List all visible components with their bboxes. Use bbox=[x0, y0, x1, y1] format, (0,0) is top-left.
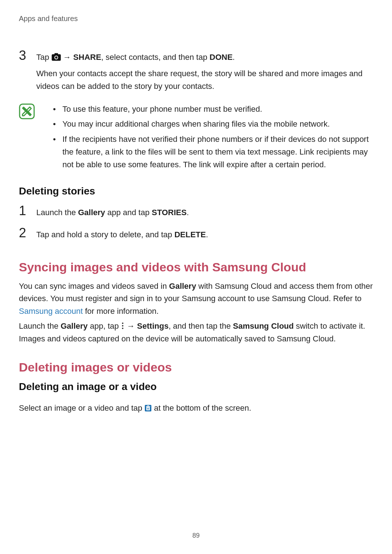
sync-paragraph-2: Launch the Gallery app, tap → Settings, … bbox=[19, 320, 373, 345]
delete-label: DELETE bbox=[174, 230, 206, 239]
note-item: To use this feature, your phone number m… bbox=[53, 103, 373, 115]
camera-icon bbox=[52, 52, 61, 60]
step-body: Tap and hold a story to delete, and tap … bbox=[36, 229, 373, 245]
text: . bbox=[206, 230, 208, 239]
svg-point-6 bbox=[122, 325, 123, 327]
syncing-heading: Syncing images and videos with Samsung C… bbox=[19, 260, 373, 274]
deleting-iv-heading: Deleting images or videos bbox=[19, 360, 373, 374]
step-number: 2 bbox=[19, 226, 28, 239]
text: Launch the bbox=[36, 208, 78, 217]
text: Tap bbox=[36, 53, 52, 62]
svg-point-7 bbox=[122, 328, 123, 329]
text: → bbox=[124, 321, 137, 331]
note-item: You may incur additional charges when sh… bbox=[53, 118, 373, 130]
note-item: If the recipients have not verified thei… bbox=[53, 133, 373, 171]
page-header: Apps and features bbox=[19, 15, 373, 23]
samsung-account-link[interactable]: Samsung account bbox=[19, 307, 83, 316]
text: When your contacts accept the share requ… bbox=[36, 67, 373, 93]
text: , select contacts, and then tap bbox=[101, 53, 209, 62]
step-body: Tap → SHARE, select contacts, and then t… bbox=[36, 51, 373, 96]
svg-rect-11 bbox=[147, 406, 149, 406]
text: Select an image or a video and tap bbox=[19, 403, 144, 413]
note-icon bbox=[19, 103, 35, 119]
deleting-stories-heading: Deleting stories bbox=[19, 185, 373, 197]
text: → bbox=[61, 53, 73, 62]
done-label: DONE bbox=[209, 53, 233, 62]
stories-label: STORIES bbox=[152, 208, 187, 217]
deleting-iv-subheading: Deleting an image or a video bbox=[19, 381, 373, 393]
svg-point-3 bbox=[55, 56, 57, 58]
more-options-icon bbox=[121, 321, 124, 328]
text: app and tap bbox=[105, 208, 152, 217]
text: at the bottom of the screen. bbox=[152, 403, 251, 413]
svg-point-5 bbox=[122, 323, 123, 324]
step-body: Launch the Gallery app and tap STORIES. bbox=[36, 206, 373, 223]
step-number: 1 bbox=[19, 204, 28, 217]
text: . bbox=[187, 208, 189, 217]
text: Launch the bbox=[19, 321, 61, 331]
delete-iv-paragraph: Select an image or a video and tap at th… bbox=[19, 402, 373, 415]
share-label: SHARE bbox=[73, 53, 101, 62]
gallery-label: Gallery bbox=[78, 208, 105, 217]
step-number: 3 bbox=[19, 49, 28, 62]
step-3: 3 Tap → SHARE, select contacts, and then… bbox=[19, 51, 373, 96]
delete-step-1: 1 Launch the Gallery app and tap STORIES… bbox=[19, 206, 373, 223]
text: app, tap bbox=[88, 321, 121, 331]
gallery-label: Gallery bbox=[61, 321, 88, 331]
delete-step-2: 2 Tap and hold a story to delete, and ta… bbox=[19, 229, 373, 245]
text: Tap and hold a story to delete, and tap bbox=[36, 230, 174, 239]
samsung-cloud-label: Samsung Cloud bbox=[233, 321, 294, 331]
note-list: To use this feature, your phone number m… bbox=[46, 103, 373, 173]
text: , and then tap the bbox=[168, 321, 233, 331]
text: for more information. bbox=[83, 307, 159, 316]
svg-rect-10 bbox=[146, 406, 150, 407]
sync-paragraph-1: You can sync images and videos saved in … bbox=[19, 280, 373, 318]
svg-rect-1 bbox=[54, 53, 58, 55]
settings-label: Settings bbox=[137, 321, 169, 331]
delete-icon bbox=[144, 403, 152, 410]
note-block: To use this feature, your phone number m… bbox=[19, 103, 373, 173]
page-number: 89 bbox=[0, 532, 392, 539]
text: . bbox=[233, 53, 235, 62]
gallery-label: Gallery bbox=[169, 282, 196, 291]
text: You can sync images and videos saved in bbox=[19, 282, 169, 291]
